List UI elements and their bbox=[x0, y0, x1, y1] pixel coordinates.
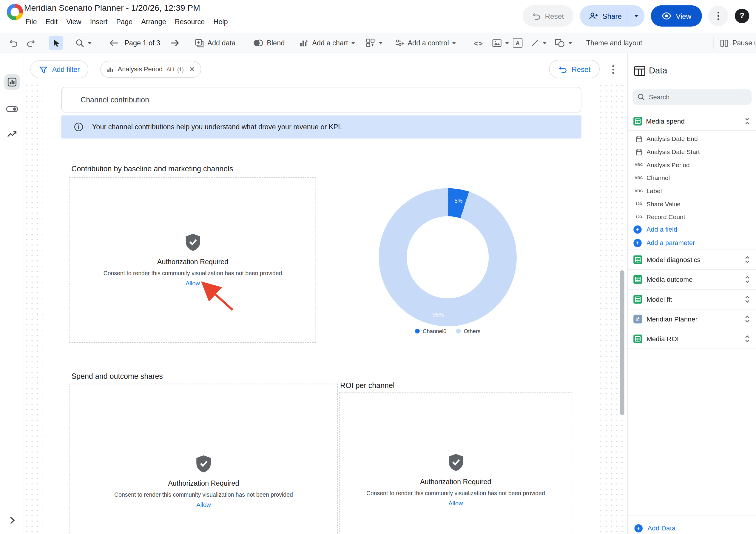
collapse-fields-icon[interactable] bbox=[744, 117, 751, 125]
add-a-parameter-button[interactable]: + Add a parameter bbox=[628, 237, 756, 249]
canvas-scrollbar[interactable] bbox=[620, 270, 624, 415]
field-row-record-count[interactable]: 123 Record Count bbox=[628, 211, 756, 224]
date-field-icon bbox=[634, 135, 644, 142]
community-visualizations-button[interactable] bbox=[366, 33, 383, 53]
insert-image-button[interactable] bbox=[492, 33, 509, 53]
insert-shape-button[interactable] bbox=[555, 33, 572, 53]
rail-trend-button[interactable] bbox=[5, 126, 20, 142]
report-title[interactable]: Meridian Scenario Planner - 1/20/26, 12:… bbox=[24, 3, 200, 13]
sheets-icon bbox=[634, 335, 642, 343]
unfold-more-icon[interactable] bbox=[744, 256, 751, 264]
field-row-channel[interactable]: ABC Channel bbox=[628, 171, 756, 184]
undo-button[interactable] bbox=[9, 33, 18, 53]
menu-edit[interactable]: Edit bbox=[41, 16, 62, 27]
data-panel-icon bbox=[634, 66, 646, 76]
rail-expand-button[interactable] bbox=[5, 513, 20, 528]
source-row-media-outcome[interactable]: Media outcome bbox=[628, 270, 756, 290]
add-chart-button[interactable]: Add a chart bbox=[299, 33, 355, 53]
unfold-more-icon[interactable] bbox=[744, 315, 751, 323]
donut-chart-container[interactable]: 5% 95% bbox=[379, 188, 516, 326]
viz-placeholder-spend-shares[interactable]: Authorization Required Consent to render… bbox=[69, 384, 338, 534]
text-field-icon: ABC bbox=[634, 163, 644, 167]
theme-and-layout-button[interactable]: Theme and layout bbox=[586, 33, 642, 53]
menu-resource[interactable]: Resource bbox=[170, 16, 209, 27]
section-title-roi: ROI per channel bbox=[340, 381, 395, 390]
info-banner[interactable]: Your channel contributions help you unde… bbox=[61, 115, 581, 138]
slice-label-5: 5% bbox=[454, 198, 462, 204]
allow-link[interactable]: Allow bbox=[448, 500, 463, 507]
filter-reset-button[interactable]: Reset bbox=[549, 60, 600, 78]
auth-title: Authorization Required bbox=[157, 258, 229, 266]
embed-code-button[interactable]: <> bbox=[474, 33, 483, 53]
channel-contribution-card[interactable]: Channel contribution bbox=[61, 87, 581, 113]
allow-link[interactable]: Allow bbox=[196, 501, 211, 508]
menu-view[interactable]: View bbox=[62, 16, 86, 27]
auth-title: Authorization Required bbox=[168, 479, 239, 487]
legend-item-others[interactable]: Others bbox=[456, 328, 481, 334]
source-row-media-roi[interactable]: Media ROI bbox=[628, 329, 756, 349]
filter-bar-more-options[interactable] bbox=[608, 64, 619, 75]
field-row-label[interactable]: ABC Label bbox=[628, 184, 756, 198]
chip-close-icon[interactable]: ✕ bbox=[189, 65, 195, 73]
insert-line-button[interactable] bbox=[531, 33, 547, 53]
left-rail bbox=[0, 53, 24, 534]
community-viz-icon bbox=[366, 38, 375, 48]
source-row-model-fit[interactable]: Model fit bbox=[628, 290, 756, 309]
header-reset-button[interactable]: Reset bbox=[523, 5, 574, 27]
field-row-analysis-date-end[interactable]: Analysis Date End bbox=[628, 132, 756, 145]
redo-button[interactable] bbox=[26, 33, 36, 53]
insert-text-button[interactable]: A bbox=[513, 33, 523, 53]
add-control-button[interactable]: Add a control bbox=[395, 33, 456, 53]
share-dropdown-button[interactable] bbox=[628, 5, 644, 27]
section-title-contribution: Contribution by baseline and marketing c… bbox=[71, 164, 233, 173]
menu-page[interactable]: Page bbox=[112, 16, 137, 27]
unfold-more-icon[interactable] bbox=[744, 295, 751, 303]
share-button[interactable]: Share bbox=[580, 5, 644, 27]
menubar: File Edit View Insert Page Arrange Resou… bbox=[21, 16, 232, 27]
looker-studio-logo[interactable] bbox=[7, 4, 23, 20]
rail-controls-button[interactable] bbox=[5, 101, 20, 117]
menu-insert[interactable]: Insert bbox=[86, 16, 112, 27]
menu-arrange[interactable]: Arrange bbox=[137, 16, 171, 27]
field-row-analysis-date-start[interactable]: Analysis Date Start bbox=[628, 145, 756, 158]
help-button[interactable]: ? bbox=[735, 9, 749, 23]
add-a-field-button[interactable]: + Add a field bbox=[628, 223, 756, 236]
blend-button[interactable]: Blend bbox=[253, 33, 284, 53]
field-row-analysis-period[interactable]: ABC Analysis Period bbox=[628, 158, 756, 171]
add-data-bottom-button[interactable]: + Add Data bbox=[628, 520, 756, 534]
zoom-tool-button[interactable] bbox=[75, 33, 92, 53]
add-filter-button[interactable]: Add filter bbox=[30, 60, 88, 78]
plus-icon: + bbox=[634, 524, 642, 532]
menu-file[interactable]: File bbox=[21, 16, 41, 27]
section-title-spend-shares: Spend and outcome shares bbox=[71, 372, 163, 381]
data-search[interactable] bbox=[633, 89, 751, 105]
magnifier-icon bbox=[75, 39, 84, 48]
unfold-more-icon[interactable] bbox=[744, 275, 751, 283]
pause-updates-button[interactable]: Pause u bbox=[720, 33, 756, 53]
add-data-icon bbox=[195, 39, 204, 48]
source-row-model-diagnostics[interactable]: Model diagnostics bbox=[628, 250, 756, 270]
page-indicator[interactable]: Page 1 of 3 bbox=[124, 33, 160, 53]
data-search-input[interactable] bbox=[649, 94, 741, 100]
connector-icon bbox=[634, 315, 642, 323]
legend-item-channel0[interactable]: Channel0 bbox=[415, 328, 446, 334]
source-row-meridian-planner[interactable]: Meridian Planner bbox=[628, 310, 756, 329]
field-row-share-value[interactable]: 123 Share Value bbox=[628, 197, 756, 211]
report-canvas: Add filter Analysis Period ALL (1) ✕ Res… bbox=[24, 53, 625, 534]
unfold-more-icon[interactable] bbox=[744, 335, 751, 343]
select-tool-button[interactable] bbox=[49, 36, 63, 50]
header-more-options-button[interactable] bbox=[708, 6, 729, 26]
source-media-spend[interactable]: Media spend bbox=[628, 112, 756, 130]
annotation-arrow bbox=[197, 279, 240, 315]
viz-placeholder-contribution[interactable]: Authorization Required Consent to render… bbox=[69, 177, 316, 343]
view-button[interactable]: View bbox=[651, 5, 702, 27]
page-back-button[interactable] bbox=[109, 33, 119, 53]
add-data-button[interactable]: Add data bbox=[195, 33, 235, 53]
filter-chip-analysis-period[interactable]: Analysis Period ALL (1) ✕ bbox=[100, 61, 201, 78]
page-forward-button[interactable] bbox=[170, 33, 179, 53]
viz-placeholder-roi[interactable]: Authorization Required Consent to render… bbox=[339, 393, 572, 534]
rail-report-tool-button[interactable] bbox=[5, 74, 20, 90]
cursor-icon bbox=[52, 39, 60, 47]
menu-help[interactable]: Help bbox=[209, 16, 232, 27]
filter-icon bbox=[39, 65, 48, 73]
